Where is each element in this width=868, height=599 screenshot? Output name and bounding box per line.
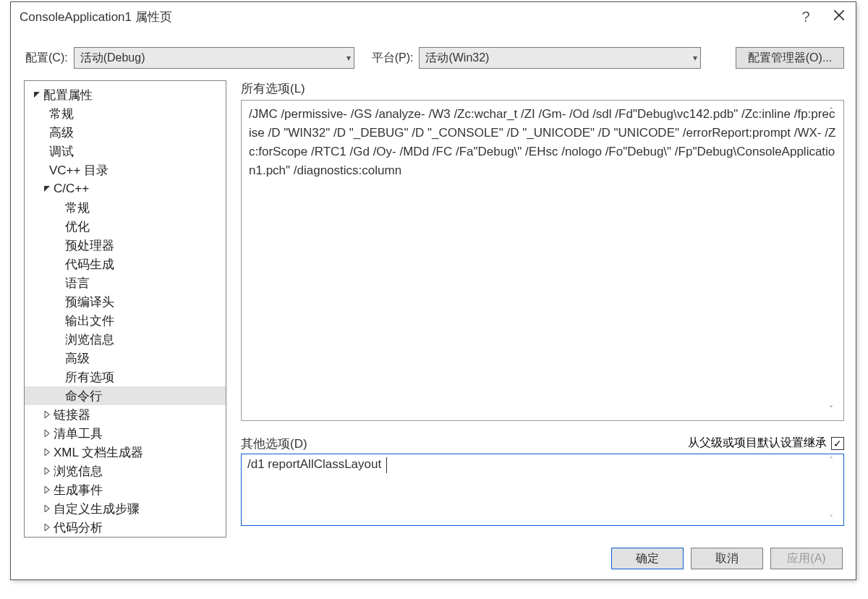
title-controls: ? [789, 2, 856, 31]
platform-dropdown[interactable]: 活动(Win32) ▾ [419, 47, 701, 69]
scrollbar[interactable]: ˄ ˅ [829, 102, 842, 419]
text-cursor [386, 457, 387, 473]
platform-value: 活动(Win32) [425, 51, 489, 66]
tree-cc-codegen[interactable]: 代码生成 [25, 255, 226, 273]
svg-marker-9 [45, 505, 49, 512]
tree-cc-outfiles[interactable]: 输出文件 [25, 311, 226, 330]
scroll-up-icon: ˄ [829, 456, 842, 466]
tree-browse-info[interactable]: 浏览信息 [25, 462, 226, 480]
tree-custom-build[interactable]: 自定义生成步骤 [25, 499, 226, 518]
chevron-down-icon: ▾ [693, 53, 697, 63]
other-options-textbox[interactable]: /d1 reportAllClassLayout ˄ ˅ [241, 454, 844, 526]
tree-item-label: XML 文档生成器 [54, 444, 143, 461]
tree-item-label: 浏览信息 [65, 331, 114, 348]
close-icon [834, 9, 844, 24]
platform-label: 平台(P): [372, 51, 414, 66]
tree-xml-doc[interactable]: XML 文档生成器 [25, 443, 226, 462]
expand-icon [42, 485, 52, 495]
tree-item-label: 预处理器 [65, 237, 114, 254]
svg-marker-10 [45, 524, 49, 531]
config-manager-button[interactable]: 配置管理器(O)... [736, 47, 844, 69]
tree-item-label: 输出文件 [65, 313, 114, 329]
tree-general[interactable]: 常规 [25, 104, 226, 123]
expand-icon [42, 428, 52, 438]
tree-c-cpp[interactable]: C/C++ [25, 179, 226, 198]
tree-item-label: 代码分析 [54, 519, 103, 536]
svg-marker-7 [45, 467, 49, 475]
dialog-footer: 确定 取消 应用(A) [11, 538, 856, 579]
tree-item-label: 自定义生成步骤 [54, 501, 140, 517]
help-button[interactable]: ? [789, 2, 822, 31]
tree-cc-general[interactable]: 常规 [25, 198, 226, 217]
tree-item-label: 链接器 [54, 407, 90, 423]
expand-icon [42, 409, 52, 420]
tree-item-label: 代码生成 [65, 256, 114, 273]
config-manager-label: 配置管理器(O)... [748, 51, 832, 66]
tree-build-events[interactable]: 生成事件 [25, 480, 226, 499]
all-options-textbox[interactable]: /JMC /permissive- /GS /analyze- /W3 /Zc:… [241, 100, 844, 421]
tree-item-label: 生成事件 [54, 482, 103, 498]
inherit-row: 其他选项(D) 从父级或项目默认设置继承 ✓ [241, 436, 844, 451]
tree-cc-advanced[interactable]: 高级 [25, 349, 226, 368]
inherit-label: 从父级或项目默认设置继承 [688, 436, 827, 451]
scroll-up-icon: ˄ [829, 102, 842, 121]
scroll-down-icon: ˅ [829, 514, 842, 524]
collapse-icon [32, 90, 42, 100]
tree-item-label: 语言 [65, 275, 90, 292]
tree-code-analysis[interactable]: 代码分析 [25, 518, 226, 537]
tree-cc-language[interactable]: 语言 [25, 273, 226, 292]
tree-vcpp-dirs[interactable]: VC++ 目录 [25, 161, 226, 179]
expand-icon [42, 447, 52, 457]
tree-debug[interactable]: 调试 [25, 142, 226, 161]
tree-item-label: 调试 [49, 143, 74, 160]
right-pane: 所有选项(L) /JMC /permissive- /GS /analyze- … [241, 80, 844, 538]
config-dropdown[interactable]: 活动(Debug) ▾ [74, 47, 354, 69]
expand-icon [42, 466, 52, 476]
svg-marker-6 [45, 449, 49, 456]
category-tree[interactable]: 配置属性 常规 高级 调试 VC++ 目录 C/C++ 常规 优化 预处理器 代… [24, 80, 226, 538]
tree-item-label: 常规 [49, 106, 74, 122]
titlebar: ConsoleApplication1 属性页 ? [11, 2, 856, 31]
chevron-down-icon: ▾ [346, 53, 351, 63]
config-platform-row: 配置(C): 活动(Debug) ▾ 平台(P): 活动(Win32) ▾ 配置… [11, 31, 856, 77]
apply-label: 应用(A) [787, 551, 825, 566]
tree-cc-allopts[interactable]: 所有选项 [25, 368, 226, 386]
cancel-button[interactable]: 取消 [691, 548, 763, 569]
ok-label: 确定 [636, 551, 659, 566]
other-options-text: /d1 reportAllClassLayout [247, 457, 385, 471]
tree-cc-cmdline[interactable]: 命令行 [25, 386, 226, 405]
all-options-text: /JMC /permissive- /GS /analyze- /W3 /Zc:… [249, 107, 835, 177]
expand-icon [42, 522, 52, 532]
tree-manifest-tool[interactable]: 清单工具 [25, 424, 226, 443]
close-button[interactable] [822, 2, 856, 31]
scrollbar[interactable]: ˄ ˅ [829, 456, 842, 524]
apply-button[interactable]: 应用(A) [770, 548, 843, 569]
svg-marker-8 [45, 486, 49, 493]
tree-item-label: 命令行 [65, 388, 102, 404]
inherit-checkbox[interactable]: ✓ [831, 437, 844, 450]
tree-cc-precomp[interactable]: 预编译头 [25, 292, 226, 311]
svg-marker-3 [44, 186, 50, 192]
collapse-icon [42, 184, 52, 194]
expand-icon [42, 504, 52, 514]
tree-item-label: 高级 [49, 124, 74, 141]
all-options-label: 所有选项(L) [241, 80, 844, 97]
svg-marker-2 [34, 92, 40, 98]
tree-cc-browseinfo[interactable]: 浏览信息 [25, 330, 226, 349]
tree-item-label: C/C++ [54, 182, 89, 196]
ok-button[interactable]: 确定 [611, 548, 684, 569]
svg-marker-5 [45, 430, 49, 437]
tree-item-label: VC++ 目录 [49, 162, 109, 179]
tree-item-label: 预编译头 [65, 294, 114, 310]
other-options-label: 其他选项(D) [241, 436, 307, 452]
cancel-label: 取消 [715, 551, 739, 566]
tree-item-label: 清单工具 [54, 425, 103, 442]
tree-linker[interactable]: 链接器 [25, 405, 226, 424]
tree-advanced[interactable]: 高级 [25, 123, 226, 142]
tree-item-label: 浏览信息 [54, 463, 103, 480]
tree-cc-preproc[interactable]: 预处理器 [25, 236, 226, 255]
config-label: 配置(C): [25, 51, 68, 66]
tree-cc-optimization[interactable]: 优化 [25, 217, 226, 236]
tree-config-props[interactable]: 配置属性 [25, 85, 226, 104]
tree-item-label: 所有选项 [65, 369, 114, 386]
